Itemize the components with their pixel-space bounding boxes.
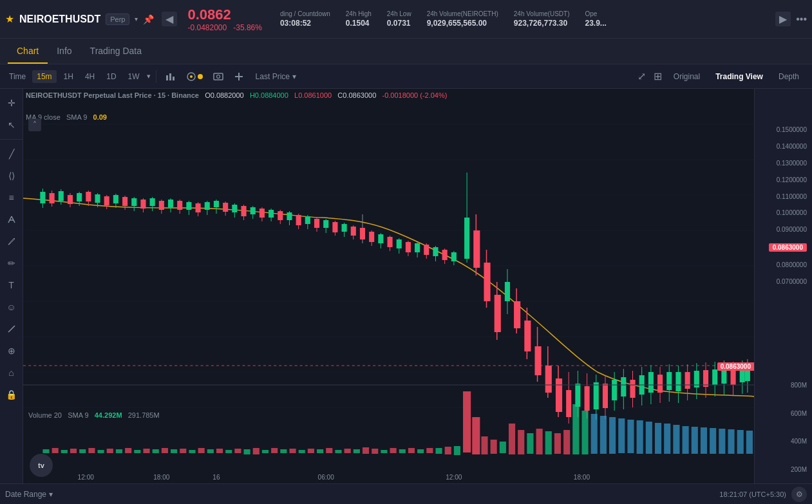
home-tool[interactable]: ⌂ [3,364,21,382]
price-label-highlight-container: 0.0863000 [755,243,812,252]
svg-rect-27 [59,191,64,201]
more-options-icon[interactable]: ••• [796,14,807,25]
svg-rect-220 [445,447,451,454]
interval-1w[interactable]: 1W [124,70,144,83]
svg-rect-211 [363,447,369,454]
svg-rect-222 [463,391,471,453]
text-tool[interactable]: T [3,276,21,294]
emoji-tool[interactable]: ☺ [3,298,21,316]
svg-rect-171 [731,369,736,385]
svg-rect-191 [180,449,186,453]
expand-chart-icon[interactable]: ⤢ [634,68,650,84]
svg-rect-242 [646,422,652,454]
multi-point-tool[interactable]: ⟨⟩ [3,167,21,185]
svg-rect-109 [433,247,438,256]
svg-rect-212 [372,449,378,454]
svg-rect-237 [600,416,607,454]
price-label-012: 0.1200000 [755,176,812,183]
stat-24h-low-label: 24h Low [387,10,411,17]
indicators-icon[interactable] [182,70,207,84]
interval-1d[interactable]: 1D [102,70,120,83]
svg-rect-238 [609,417,616,454]
stat-volume-usdt-label: 24h Volume(USDT) [514,10,570,17]
price-label-007: 0.0700000 [755,278,812,285]
add-indicator-icon[interactable] [230,70,248,84]
price-change: -0.0482000 -35.86% [187,23,261,32]
svg-rect-180 [79,449,86,453]
interval-15m[interactable]: 15m [32,70,56,83]
lock-tool[interactable]: 🔒 [3,386,21,404]
interval-4h[interactable]: 4H [80,70,99,83]
svg-rect-165 [703,370,708,387]
svg-rect-135 [566,390,571,417]
svg-rect-101 [397,239,402,248]
svg-rect-244 [664,424,670,454]
svg-rect-123 [505,282,510,301]
view-depth[interactable]: Depth [771,70,807,84]
svg-rect-10 [23,89,754,483]
svg-rect-65 [232,205,237,212]
nav-left-button[interactable]: ◀ [162,12,177,26]
price-label-008: 0.0800000 [755,261,812,268]
svg-rect-25 [50,193,55,203]
svg-rect-186 [134,450,140,453]
stat-24h-low: 24h Low 0.0731 [387,10,411,28]
channel-tool[interactable]: ≡ [3,189,21,207]
svg-rect-147 [621,377,626,397]
nav-right-button[interactable]: ▶ [775,12,791,26]
favorite-icon[interactable]: ★ [5,13,14,25]
symbol-dropdown-icon[interactable]: ▾ [135,15,138,23]
tab-bar: Chart Info Trading Data [0,39,812,64]
svg-rect-235 [581,411,588,454]
svg-rect-125 [514,301,520,328]
chart-type-icon[interactable] [162,70,180,84]
price-label-014: 0.1400000 [755,143,812,150]
svg-rect-97 [378,234,383,243]
zoom-in-tool[interactable]: ⊕ [3,342,21,360]
svg-rect-184 [116,449,122,453]
svg-rect-236 [591,414,598,454]
svg-rect-161 [685,372,690,389]
pencil-tool[interactable]: ✏ [3,254,21,272]
svg-rect-221 [454,446,460,455]
svg-rect-225 [491,440,497,454]
date-range-button[interactable]: Date Range ▾ [5,490,53,499]
stat-volume-usdt: 24h Volume(USDT) 923,726,773.30 [514,10,570,28]
stat-open-value: 23.9... [585,19,606,28]
screenshot-icon[interactable] [209,70,227,84]
trend-line-tool[interactable]: ╱ [3,145,21,163]
svg-rect-213 [381,450,387,453]
svg-rect-205 [308,449,314,453]
ruler-tool[interactable] [3,320,21,338]
cursor-tool[interactable]: ↖ [3,116,21,134]
pin-icon[interactable]: 📌 [143,14,154,24]
crosshair-tool[interactable]: ✛ [3,94,21,112]
fork-tool[interactable] [3,210,21,229]
view-trading-view[interactable]: Trading View [708,70,771,84]
last-price-button[interactable]: Last Price ▾ [250,70,301,83]
svg-rect-249 [710,428,716,454]
svg-line-9 [8,326,15,332]
chart-settings-button[interactable]: ⚙ [791,487,807,502]
svg-rect-47 [150,198,155,206]
svg-rect-111 [442,250,448,260]
interval-more-icon[interactable]: ▾ [147,72,151,80]
svg-rect-229 [527,433,533,454]
brush-tool[interactable] [3,232,21,250]
interval-1h[interactable]: 1H [59,70,78,83]
svg-rect-183 [107,449,113,453]
stat-countdown: ding / Countdown 03:08:52 [280,10,330,28]
svg-rect-199 [253,448,260,454]
svg-rect-103 [406,242,411,252]
collapse-button[interactable]: ˄ [28,118,41,131]
view-original[interactable]: Original [666,70,708,84]
svg-rect-105 [415,243,420,252]
tab-chart[interactable]: Chart [8,39,48,64]
candlestick-chart-svg: 12:00 18:00 16 06:00 12:00 18:00 [23,89,754,483]
layout-icon[interactable]: ⊞ [650,68,666,84]
tab-trading-data[interactable]: Trading Data [81,39,151,64]
svg-rect-43 [131,198,137,206]
svg-rect-119 [484,263,490,301]
svg-point-4 [190,75,193,78]
tab-info[interactable]: Info [48,39,80,64]
